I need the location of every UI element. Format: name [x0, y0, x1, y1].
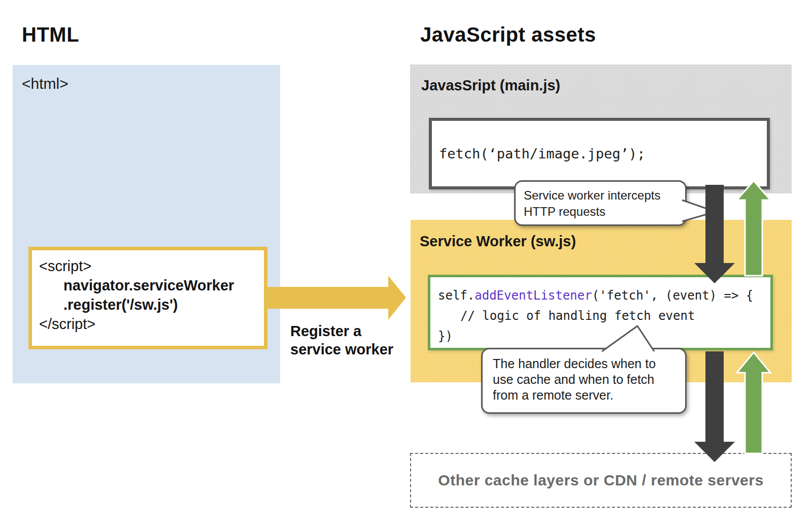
- javascript-assets-heading: JavaScript assets: [420, 23, 596, 46]
- register-script-box: <script> navigator.serviceWorker .regist…: [28, 247, 267, 349]
- add-event-listener-keyword: addEventListener: [475, 288, 592, 303]
- html-tag-label: <html>: [22, 75, 69, 92]
- fetch-code-line: fetch(‘path/image.jpeg’);: [439, 146, 645, 161]
- handler-speech-bubble: The handler decides when to use cache an…: [481, 348, 687, 414]
- remote-servers-box: Other cache layers or CDN / remote serve…: [410, 453, 792, 508]
- main-js-panel-title: JavasSript (main.js): [421, 77, 560, 94]
- sw-code-line-1: self.addEventListener('fetch', (event) =…: [438, 285, 770, 306]
- service-worker-panel-title: Service Worker (sw.js): [420, 233, 576, 250]
- script-code-line-2: .register('/sw.js'): [39, 295, 264, 314]
- script-close-tag: </script>: [39, 314, 264, 334]
- remote-servers-label: Other cache layers or CDN / remote serve…: [438, 472, 763, 489]
- sw-code-close: }): [438, 326, 770, 346]
- script-open-tag: <script>: [39, 256, 264, 276]
- script-code-line-1: navigator.serviceWorker: [39, 276, 264, 295]
- intercept-bubble-tail: [682, 200, 716, 221]
- intercept-speech-bubble: Service worker intercepts HTTP requests: [514, 180, 687, 226]
- register-arrow-label: Register a service worker: [290, 322, 393, 358]
- sw-code-box: self.addEventListener('fetch', (event) =…: [428, 275, 773, 350]
- html-heading: HTML: [22, 23, 79, 46]
- sw-code-comment: // logic of handling fetch event: [438, 306, 770, 326]
- fetch-code-box: fetch(‘path/image.jpeg’);: [429, 118, 770, 189]
- register-arrow-icon: [265, 276, 406, 320]
- service-worker-diagram: HTML JavaScript assets <html> <script> n…: [0, 0, 812, 524]
